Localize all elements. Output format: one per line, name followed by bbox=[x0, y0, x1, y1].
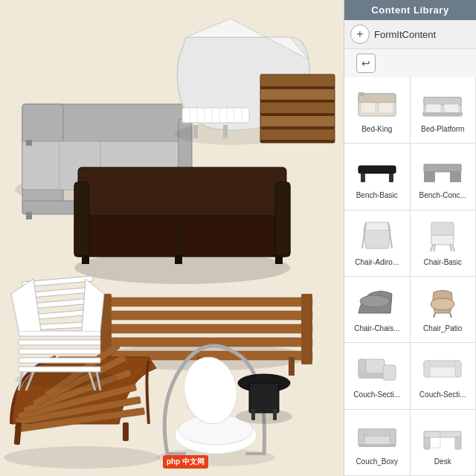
svg-line-115 bbox=[434, 313, 435, 318]
svg-rect-123 bbox=[424, 361, 430, 377]
svg-rect-71 bbox=[260, 113, 335, 116]
svg-rect-101 bbox=[389, 173, 393, 182]
svg-rect-96 bbox=[426, 104, 441, 113]
svg-rect-75 bbox=[19, 331, 100, 336]
add-button[interactable]: + bbox=[350, 25, 370, 44]
svg-rect-26 bbox=[74, 219, 178, 257]
svg-rect-97 bbox=[444, 104, 459, 113]
svg-rect-22 bbox=[193, 125, 198, 138]
svg-rect-61 bbox=[249, 383, 279, 413]
back-button[interactable]: ↩ bbox=[356, 54, 376, 73]
svg-rect-42 bbox=[289, 357, 295, 376]
desk-label: Desk bbox=[434, 457, 451, 466]
desk-thumbnail bbox=[417, 416, 468, 454]
svg-rect-77 bbox=[19, 349, 100, 354]
chair-chais-label: Chair-Chais... bbox=[354, 324, 399, 333]
svg-rect-31 bbox=[275, 255, 283, 264]
bed-king-label: Bed-King bbox=[361, 125, 392, 134]
svg-point-113 bbox=[360, 295, 390, 307]
couch-secti1-label: Couch-Secti... bbox=[353, 390, 400, 399]
svg-rect-27 bbox=[182, 219, 286, 257]
svg-rect-40 bbox=[301, 294, 312, 364]
sidebar-item-couch-boxy[interactable]: Couch_Boxy bbox=[344, 410, 411, 476]
svg-rect-95 bbox=[424, 97, 461, 105]
svg-rect-32 bbox=[175, 255, 182, 264]
sidebar-toolbar: + FormItContent bbox=[344, 20, 476, 49]
content-library-sidebar: Content Library + FormItContent ↩ Bed-Ki… bbox=[344, 0, 476, 476]
sidebar-item-bed-platform[interactable]: Bed-Platform bbox=[411, 77, 477, 144]
svg-rect-132 bbox=[455, 437, 461, 449]
svg-line-109 bbox=[431, 245, 433, 251]
svg-rect-12 bbox=[182, 108, 249, 123]
couch-secti2-thumbnail bbox=[417, 349, 468, 387]
svg-rect-34 bbox=[104, 298, 312, 306]
toolbar-label: FormItContent bbox=[374, 29, 436, 40]
sidebar-item-chair-chais[interactable]: Chair-Chais... bbox=[344, 277, 411, 343]
sidebar-item-couch-secti1[interactable]: Couch-Secti... bbox=[344, 343, 411, 409]
svg-rect-70 bbox=[260, 100, 335, 103]
chair-basic-thumbnail bbox=[417, 216, 468, 255]
svg-rect-62 bbox=[251, 409, 255, 420]
chair-adiro-label: Chair-Adiro... bbox=[355, 258, 399, 267]
sidebar-item-couch-secti2[interactable]: Couch-Secti... bbox=[411, 343, 477, 409]
svg-rect-10 bbox=[26, 140, 32, 146]
svg-rect-127 bbox=[358, 429, 364, 446]
svg-rect-129 bbox=[358, 444, 396, 447]
main-canvas: php 中文网 bbox=[0, 0, 344, 476]
sidebar-item-bench-basic[interactable]: Bench-Basic bbox=[344, 144, 411, 210]
svg-rect-99 bbox=[358, 166, 396, 173]
bed-platform-thumbnail bbox=[417, 83, 468, 122]
sidebar-item-bed-king[interactable]: Bed-King bbox=[344, 77, 411, 144]
sidebar-item-chair-adiro[interactable]: Chair-Adiro... bbox=[344, 210, 411, 277]
couch-boxy-label: Couch_Boxy bbox=[356, 457, 398, 466]
svg-rect-104 bbox=[450, 172, 461, 182]
svg-rect-73 bbox=[260, 140, 335, 143]
chair-basic-label: Chair-Basic bbox=[423, 258, 462, 267]
svg-rect-130 bbox=[424, 431, 461, 437]
svg-rect-131 bbox=[424, 437, 430, 449]
svg-rect-93 bbox=[358, 92, 364, 96]
sidebar-item-desk[interactable]: Desk bbox=[411, 410, 477, 476]
couch-secti2-label: Couch-Secti... bbox=[419, 390, 466, 399]
svg-rect-124 bbox=[455, 361, 461, 377]
svg-rect-100 bbox=[361, 173, 365, 182]
svg-rect-30 bbox=[82, 255, 89, 264]
svg-rect-91 bbox=[361, 103, 376, 113]
svg-rect-8 bbox=[26, 212, 32, 219]
watermark: php 中文网 bbox=[163, 455, 208, 469]
svg-rect-119 bbox=[358, 373, 385, 379]
svg-rect-108 bbox=[431, 222, 454, 235]
svg-rect-92 bbox=[379, 103, 393, 113]
bench-conc-label: Bench-Conc... bbox=[419, 191, 466, 200]
svg-rect-103 bbox=[424, 172, 435, 182]
svg-point-44 bbox=[4, 446, 160, 469]
bed-platform-label: Bed-Platform bbox=[421, 125, 464, 134]
svg-line-110 bbox=[452, 245, 454, 251]
chair-patio-thumbnail bbox=[417, 283, 468, 321]
svg-rect-98 bbox=[422, 112, 463, 116]
svg-point-114 bbox=[431, 298, 454, 310]
svg-rect-120 bbox=[383, 365, 396, 380]
sidebar-item-chair-basic[interactable]: Chair-Basic bbox=[411, 210, 477, 277]
svg-rect-36 bbox=[104, 324, 312, 333]
sidebar-item-chair-patio[interactable]: Chair_Patio bbox=[411, 277, 477, 343]
chair-patio-label: Chair_Patio bbox=[423, 324, 462, 333]
svg-rect-52 bbox=[123, 422, 129, 441]
bench-conc-thumbnail bbox=[417, 149, 468, 188]
svg-line-116 bbox=[450, 313, 451, 318]
svg-rect-69 bbox=[260, 86, 335, 89]
svg-rect-79 bbox=[19, 367, 100, 372]
svg-rect-25 bbox=[78, 167, 286, 216]
svg-rect-102 bbox=[424, 164, 461, 172]
bench-basic-thumbnail bbox=[352, 149, 402, 188]
sidebar-title: Content Library bbox=[344, 0, 476, 20]
svg-rect-76 bbox=[19, 340, 100, 345]
couch-secti1-thumbnail bbox=[352, 349, 402, 387]
bed-king-thumbnail bbox=[352, 83, 402, 122]
svg-rect-63 bbox=[273, 409, 277, 420]
svg-rect-78 bbox=[19, 358, 100, 363]
svg-line-111 bbox=[434, 245, 435, 251]
sidebar-item-bench-conc[interactable]: Bench-Conc... bbox=[411, 144, 477, 210]
bench-basic-label: Bench-Basic bbox=[356, 191, 398, 200]
chair-chais-thumbnail bbox=[352, 283, 402, 321]
